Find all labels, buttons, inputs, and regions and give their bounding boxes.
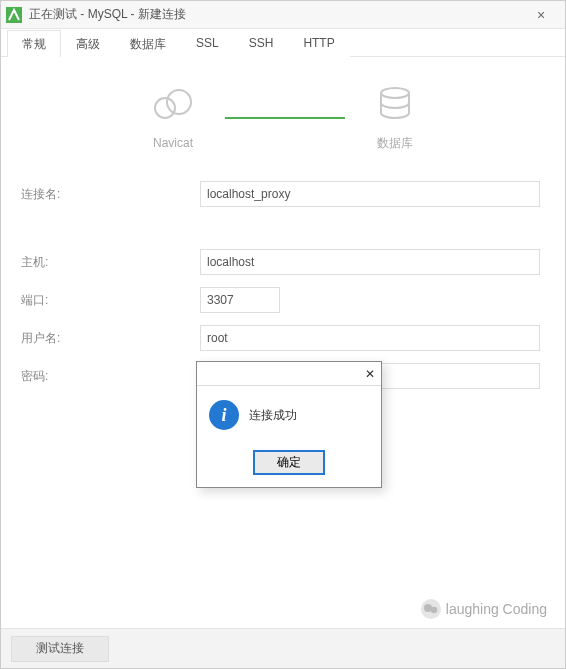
dialog-message: 连接成功 [249, 407, 297, 424]
database-label: 数据库 [375, 135, 415, 152]
main-window: 正在测试 - MySQL - 新建连接 × 常规 高级 数据库 SSL SSH … [0, 0, 566, 669]
watermark: laughing Coding [420, 598, 547, 620]
ok-button[interactable]: 确定 [253, 450, 325, 475]
watermark-text: laughing Coding [446, 601, 547, 617]
port-label: 端口: [21, 292, 80, 309]
window-title: 正在测试 - MySQL - 新建连接 [29, 6, 521, 23]
navicat-icon [151, 86, 195, 126]
database-graphic: 数据库 [375, 85, 415, 152]
message-dialog: ✕ i 连接成功 确定 [196, 361, 382, 488]
wechat-icon [420, 598, 442, 620]
host-label: 主机: [21, 254, 80, 271]
dialog-titlebar: ✕ [197, 362, 381, 386]
database-icon [375, 85, 415, 125]
connection-line [225, 117, 345, 119]
user-label: 用户名: [21, 330, 80, 347]
svg-point-5 [424, 604, 432, 612]
svg-point-6 [431, 607, 437, 613]
titlebar: 正在测试 - MySQL - 新建连接 × [1, 1, 565, 29]
footer: 测试连接 [1, 628, 565, 668]
svg-point-2 [167, 90, 191, 114]
svg-point-1 [155, 98, 175, 118]
tab-ssh[interactable]: SSH [234, 30, 289, 57]
port-input[interactable] [200, 287, 280, 313]
tab-ssl[interactable]: SSL [181, 30, 234, 57]
tab-general[interactable]: 常规 [7, 30, 61, 57]
window-close-button[interactable]: × [521, 7, 561, 23]
test-connection-button[interactable]: 测试连接 [11, 636, 109, 662]
content-panel: Navicat 数据库 连接名: 主机: [1, 57, 565, 628]
tab-advanced[interactable]: 高级 [61, 30, 115, 57]
navicat-graphic: Navicat [151, 86, 195, 150]
connection-graphic: Navicat 数据库 [21, 73, 545, 163]
conn-name-input[interactable] [200, 181, 540, 207]
tab-database[interactable]: 数据库 [115, 30, 181, 57]
dialog-close-button[interactable]: ✕ [365, 367, 375, 381]
tabs: 常规 高级 数据库 SSL SSH HTTP [1, 29, 565, 57]
app-icon [5, 6, 23, 24]
svg-point-3 [381, 88, 409, 98]
navicat-label: Navicat [151, 136, 195, 150]
host-input[interactable] [200, 249, 540, 275]
info-icon: i [209, 400, 239, 430]
user-input[interactable] [200, 325, 540, 351]
conn-name-label: 连接名: [21, 186, 80, 203]
tab-http[interactable]: HTTP [288, 30, 349, 57]
pass-label: 密码: [21, 368, 80, 385]
